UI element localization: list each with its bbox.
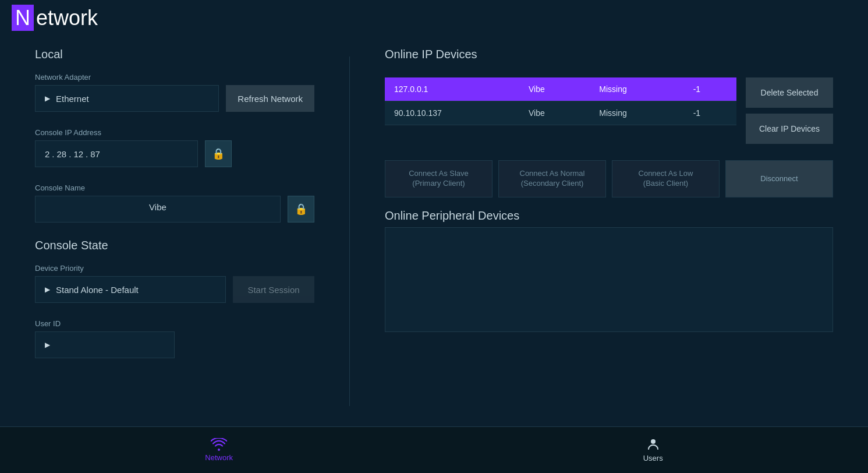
console-ip-row: 2 . 28 . 12 . 87 🔒 [35,140,314,167]
console-name-label: Console Name [35,183,314,192]
status-cell: Missing [590,101,683,125]
console-name-row: Vibe 🔒 [35,196,314,223]
ip-cell: 90.10.10.137 [385,101,519,125]
start-session-button[interactable]: Start Session [233,276,314,303]
users-nav-label: Users [643,454,663,463]
bottom-nav: Network Users [0,426,868,473]
console-ip-input[interactable]: 2 . 28 . 12 . 87 [35,140,198,167]
console-ip-label: Console IP Address [35,128,314,137]
user-id-dropdown[interactable]: ▶ [35,331,175,358]
local-section-title: Local [35,48,314,61]
title-accent: N [12,5,34,31]
network-adapter-value: Ethernet [56,94,89,104]
status-cell: Missing [590,77,683,101]
peripheral-devices-box [385,227,833,332]
console-name-section: Console Name Vibe 🔒 [35,183,314,223]
ip-side-buttons: Delete Selected Clear IP Devices [746,77,833,144]
disconnect-button[interactable]: Disconnect [725,160,833,197]
online-ip-title: Online IP Devices [385,48,833,61]
connect-normal-button[interactable]: Connect As Normal(Secondary Client) [498,160,606,197]
priority-arrow-icon: ▶ [45,285,50,294]
right-panel: Online IP Devices 127.0.0.1 Vibe Missing… [385,48,833,415]
console-name-input[interactable]: Vibe [35,196,281,223]
value-cell: -1 [684,77,736,101]
ip-seg-2: 28 [57,149,67,159]
table-row[interactable]: 90.10.10.137 Vibe Missing -1 [385,101,736,125]
table-row[interactable]: 127.0.0.1 Vibe Missing -1 [385,77,736,101]
name-lock-button[interactable]: 🔒 [288,196,314,223]
ip-cell: 127.0.0.1 [385,77,519,101]
main-content: Local Network Adapter ▶ Ethernet Refresh… [0,36,868,426]
connect-low-button[interactable]: Connect As Low(Basic Client) [612,160,720,197]
user-id-section: User ID ▶ [35,319,314,358]
network-adapter-section: Network Adapter ▶ Ethernet Refresh Netwo… [35,73,314,118]
ip-seg-3: 12 [73,149,83,159]
online-ip-section: 127.0.0.1 Vibe Missing -1 90.10.10.137 V… [385,77,833,144]
device-priority-row: ▶ Stand Alone - Default Start Session [35,276,314,303]
connect-slave-button[interactable]: Connect As Slave(Primary Client) [385,160,493,197]
panel-divider [349,57,350,406]
ip-devices-table-container: 127.0.0.1 Vibe Missing -1 90.10.10.137 V… [385,77,736,144]
console-ip-section: Console IP Address 2 . 28 . 12 . 87 🔒 [35,128,314,173]
ip-seg-1: 2 [45,149,49,159]
name-cell: Vibe [519,77,590,101]
wifi-icon [211,438,227,451]
ip-lock-button[interactable]: 🔒 [205,140,232,167]
header: Network [0,0,868,36]
svg-point-0 [651,439,656,444]
left-panel: Local Network Adapter ▶ Ethernet Refresh… [35,48,314,415]
peripheral-title: Online Peripheral Devices [385,209,833,223]
page-title: Network [12,6,98,30]
peripheral-section: Online Peripheral Devices [385,209,833,415]
device-priority-value: Stand Alone - Default [56,285,139,295]
userid-arrow-icon: ▶ [45,341,50,349]
nav-item-users[interactable]: Users [620,433,686,467]
refresh-network-button[interactable]: Refresh Network [226,85,314,112]
device-priority-section: Device Priority ▶ Stand Alone - Default … [35,264,314,309]
dropdown-arrow-icon: ▶ [45,94,50,103]
connection-buttons: Connect As Slave(Primary Client) Connect… [385,160,833,197]
delete-selected-button[interactable]: Delete Selected [746,77,833,108]
user-id-label: User ID [35,319,314,328]
console-state-title: Console State [35,239,314,252]
network-adapter-row: ▶ Ethernet Refresh Network [35,85,314,112]
user-icon [646,437,660,451]
network-adapter-label: Network Adapter [35,73,314,82]
clear-ip-button[interactable]: Clear IP Devices [746,114,833,144]
network-nav-label: Network [205,453,233,462]
ip-devices-table: 127.0.0.1 Vibe Missing -1 90.10.10.137 V… [385,77,736,125]
device-priority-label: Device Priority [35,264,314,273]
ip-seg-4: 87 [90,149,100,159]
value-cell: -1 [684,101,736,125]
network-adapter-dropdown[interactable]: ▶ Ethernet [35,85,219,112]
name-cell: Vibe [519,101,590,125]
device-priority-dropdown[interactable]: ▶ Stand Alone - Default [35,276,226,303]
nav-item-network[interactable]: Network [182,433,256,467]
